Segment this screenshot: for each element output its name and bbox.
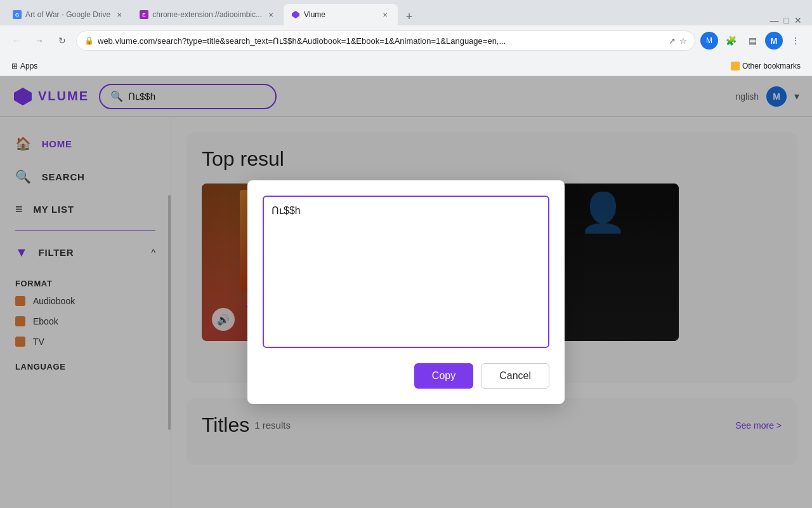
tab-3-favicon: [291, 10, 300, 19]
other-bookmarks: Other bookmarks: [727, 60, 804, 72]
other-bookmarks-item[interactable]: Other bookmarks: [727, 60, 804, 72]
apps-button[interactable]: ⊞ Apps: [8, 60, 41, 72]
modal-textarea[interactable]: Ու$$h: [263, 196, 549, 348]
lock-icon: 🔒: [84, 36, 94, 45]
window-controls: — □ ✕: [770, 15, 807, 25]
tab-1[interactable]: G Art of War - Google Drive ✕: [5, 4, 132, 25]
menu-icon[interactable]: ⋮: [787, 32, 804, 50]
share-icon[interactable]: ↗: [669, 36, 676, 46]
tab-2-close[interactable]: ✕: [266, 10, 276, 20]
svg-text:G: G: [15, 12, 19, 18]
cancel-button[interactable]: Cancel: [481, 363, 549, 389]
tab-1-close[interactable]: ✕: [114, 10, 124, 20]
svg-text:E: E: [143, 12, 147, 18]
toolbar-icons: M 🧩 ▤ M ⋮: [700, 32, 804, 50]
bookmarks-bar: ⊞ Apps Other bookmarks: [0, 56, 812, 76]
back-button[interactable]: ←: [8, 32, 25, 50]
tab-2-title: chrome-extension://adiooimbic...: [152, 10, 262, 19]
address-bar[interactable]: 🔒 web.vlume.com/search?type=title&search…: [76, 30, 695, 51]
tab-2-favicon: E: [140, 10, 148, 19]
reload-button[interactable]: ↻: [53, 32, 71, 50]
minimize-button[interactable]: —: [770, 15, 779, 25]
tab-3-title: Vlume: [304, 10, 376, 19]
address-bar-row: ← → ↻ 🔒 web.vlume.com/search?type=title&…: [0, 25, 812, 56]
other-bookmarks-label: Other bookmarks: [742, 62, 801, 70]
avatar-icon[interactable]: M: [765, 32, 783, 50]
extensions-icon[interactable]: M: [700, 32, 718, 50]
tab-2[interactable]: E chrome-extension://adiooimbic... ✕: [132, 4, 284, 25]
content-area: VLUME 🔍 nglish M ▾ 🏠 HOME: [0, 76, 812, 508]
tab-1-favicon: G: [13, 10, 22, 19]
maximize-button[interactable]: □: [784, 15, 789, 25]
tab-3[interactable]: Vlume ✕: [284, 4, 398, 25]
forward-button[interactable]: →: [30, 32, 48, 50]
tab-1-title: Art of War - Google Drive: [25, 10, 110, 19]
new-tab-button[interactable]: +: [400, 8, 418, 25]
modal-overlay: Ու$$h Copy Cancel: [0, 76, 812, 508]
address-bar-icons: ↗ ☆: [669, 36, 687, 46]
bookmark-icon[interactable]: ☆: [679, 36, 687, 46]
apps-label: Apps: [20, 62, 37, 70]
tab-3-close[interactable]: ✕: [380, 10, 390, 20]
puzzle-icon[interactable]: 🧩: [722, 32, 740, 50]
browser-frame: G Art of War - Google Drive ✕ E chrome-e…: [0, 0, 812, 508]
svg-marker-4: [292, 11, 299, 18]
folder-icon: [731, 62, 740, 70]
modal-box: Ու$$h Copy Cancel: [247, 180, 565, 404]
sidebar-toggle-icon[interactable]: ▤: [743, 32, 761, 50]
close-button[interactable]: ✕: [794, 15, 802, 25]
modal-actions: Copy Cancel: [263, 363, 549, 389]
copy-button[interactable]: Copy: [414, 363, 473, 389]
tab-bar: G Art of War - Google Drive ✕ E chrome-e…: [0, 0, 812, 25]
url-text: web.vlume.com/search?type=title&search_t…: [98, 36, 665, 46]
apps-grid-icon: ⊞: [11, 62, 18, 70]
